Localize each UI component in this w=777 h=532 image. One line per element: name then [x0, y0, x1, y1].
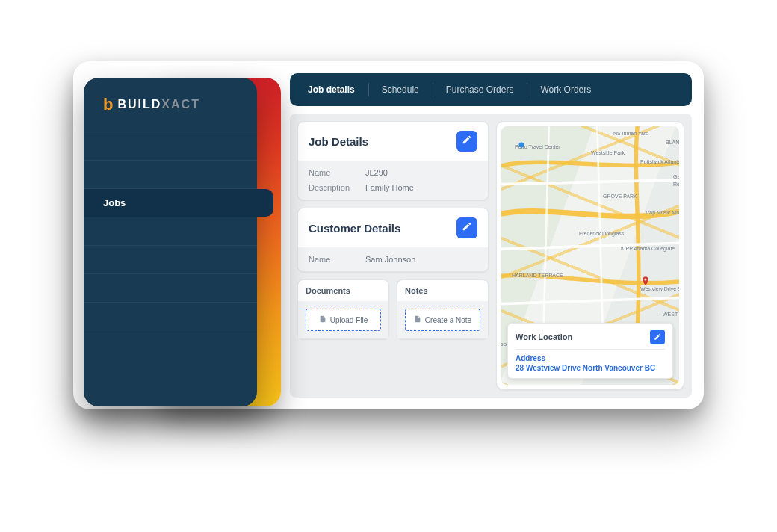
- job-details-card: Job Details Name JL290 Description Famil…: [297, 121, 489, 200]
- top-tabs: Job details Schedule Purchase Orders Wor…: [290, 73, 692, 106]
- field-value: JL290: [365, 168, 388, 177]
- job-details-title: Job Details: [309, 135, 368, 148]
- edit-job-details-button[interactable]: [456, 131, 477, 152]
- sidebar-item[interactable]: [84, 302, 257, 330]
- tab-label: Schedule: [382, 84, 419, 95]
- map-place-label: Westside Park: [591, 150, 625, 155]
- field-value: Family Home: [365, 183, 414, 192]
- map-place-label: HARLAND TERRACE: [512, 273, 563, 278]
- mini-cards-row: Documents Upload File Notes: [297, 279, 489, 339]
- left-column: Job Details Name JL290 Description Famil…: [297, 121, 489, 390]
- file-icon: [319, 315, 326, 324]
- field-value: Sam Johnson: [365, 255, 415, 264]
- map-card: NS Inman YardPetro Travel CenterWestside…: [496, 121, 684, 390]
- work-location-value: 28 Westview Drive North Vancouver BC: [516, 364, 665, 372]
- pencil-icon: [654, 330, 661, 344]
- field-label: Name: [309, 168, 355, 177]
- notes-card: Notes Create a Note: [397, 279, 489, 339]
- sidebar-item[interactable]: [84, 273, 257, 302]
- map-place-label: KIPP Atlanta Collegiate: [621, 246, 675, 251]
- customer-details-title: Customer Details: [309, 222, 400, 235]
- sidebar-item[interactable]: [84, 160, 257, 188]
- tab-purchase-orders[interactable]: Purchase Orders: [433, 78, 527, 101]
- field-label: Name: [309, 255, 355, 264]
- map-place-label: NS Inman Yard: [613, 131, 648, 136]
- brand-part-1: BUILD: [117, 98, 161, 111]
- content-area: Job Details Name JL290 Description Famil…: [290, 114, 692, 398]
- map-place-label: Reservoir Park: [673, 182, 679, 187]
- work-location-label: Address: [516, 354, 665, 362]
- sidebar-item[interactable]: [84, 245, 257, 273]
- map-place-label: Georgia Tech G: [673, 174, 679, 179]
- pencil-icon: [462, 134, 472, 148]
- edit-customer-details-button[interactable]: [456, 217, 477, 238]
- svg-point-0: [519, 143, 524, 148]
- sidebar: b BUILDXACT Jobs: [84, 78, 257, 406]
- customer-details-card: Customer Details Name Sam Johnson: [297, 208, 489, 272]
- sidebar-item[interactable]: [84, 217, 257, 245]
- sidebar-item-jobs[interactable]: Jobs: [84, 188, 257, 217]
- notes-title: Notes: [397, 280, 488, 301]
- map-place-label: GROVE PARK: [603, 194, 637, 199]
- map-place-label: BLANDTOWN: [666, 140, 679, 145]
- map-place-label: Westview Drive Southwest: [640, 286, 679, 291]
- map-place-label: Puttshack Atlanta: [640, 159, 679, 164]
- field-row: Name Sam Johnson: [309, 255, 477, 264]
- tab-work-orders[interactable]: Work Orders: [527, 78, 604, 101]
- field-row: Description Family Home: [309, 183, 477, 192]
- work-location-title: Work Location: [516, 332, 572, 341]
- tab-label: Job details: [308, 84, 355, 95]
- map-place-label: Trap Music Museum: [645, 210, 679, 215]
- field-label: Description: [309, 183, 355, 192]
- note-icon: [414, 315, 421, 324]
- tab-label: Purchase Orders: [446, 84, 514, 95]
- tab-label: Work Orders: [540, 84, 591, 95]
- pencil-icon: [462, 221, 472, 235]
- create-note-button[interactable]: Create a Note: [405, 309, 480, 331]
- map-place-label: Frederick Douglass: [579, 231, 624, 236]
- upload-file-button[interactable]: Upload File: [306, 309, 381, 331]
- brand-logo: b BUILDXACT: [84, 78, 257, 132]
- map-poi-pin-icon: [516, 140, 527, 150]
- tab-job-details[interactable]: Job details: [294, 78, 368, 101]
- sidebar-item[interactable]: [84, 132, 257, 160]
- work-location-card: Work Location Address 28 Westview Drive …: [507, 323, 673, 379]
- field-row: Name JL290: [309, 168, 477, 177]
- upload-file-label: Upload File: [330, 316, 368, 324]
- edit-work-location-button[interactable]: [650, 330, 665, 344]
- brand-part-2: XACT: [161, 98, 200, 111]
- tab-schedule[interactable]: Schedule: [368, 78, 433, 101]
- documents-card: Documents Upload File: [297, 279, 389, 339]
- map-pin-icon: [640, 276, 651, 286]
- create-note-label: Create a Note: [425, 316, 471, 324]
- brand-glyph: b: [103, 96, 113, 113]
- map-place-label: WEST END: [663, 312, 679, 317]
- documents-title: Documents: [298, 280, 388, 301]
